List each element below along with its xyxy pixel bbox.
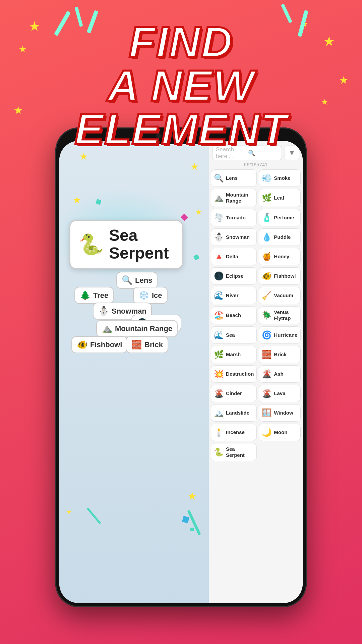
element-item[interactable]: 🧴 Perfume [259,209,301,226]
element-name: Lens [226,175,238,181]
element-item[interactable]: 💨 Smoke [259,169,301,187]
element-item[interactable]: 🧱 Brick [259,346,301,363]
canvas-element-mountain[interactable]: ⛰️ Mountain Range [96,320,178,337]
element-icon: 💨 [262,173,272,183]
element-name: Hurricane [274,332,297,338]
element-name: Lava [274,390,285,396]
element-icon: 🌋 [262,389,272,398]
element-name: Window [274,410,293,416]
element-name: Mountain Range [226,192,254,204]
element-item[interactable]: 🐍 Sea Serpent [211,443,257,461]
game-star: ★ [195,208,202,217]
phone-screen: ★ ★ ★ ★ ★ ★ 🐍 [59,141,303,603]
element-name: Cinder [226,390,242,396]
element-item[interactable]: 🐠 Fishbowl [259,267,301,285]
element-icon: 💥 [214,369,224,379]
element-name: Marsh [226,352,241,358]
element-item[interactable]: 💧 Puddle [259,228,301,246]
element-icon: 🌪️ [214,213,224,222]
lens-icon: 🔍 [122,275,132,285]
element-icon: 🕯️ [214,428,224,437]
element-icon: 🐠 [262,271,272,281]
game-canvas[interactable]: ★ ★ ★ ★ ★ ★ 🐍 [59,141,209,603]
element-item[interactable]: 🌋 Lava [259,385,301,402]
mountain-label: Mountain Range [115,324,172,333]
element-item[interactable]: ⛄ Snowman [211,228,257,246]
element-icon: 🧴 [262,213,272,222]
element-name: Snowman [226,234,250,240]
element-name: Leaf [274,195,284,201]
element-name: Ash [274,371,283,377]
element-icon: 💧 [262,232,272,242]
element-item[interactable]: 🕯️ Incense [211,424,257,441]
fishbowl-icon: 🐠 [77,339,87,350]
element-icon: 🪟 [262,408,272,418]
result-card: 🐍 SeaSerpent [69,220,183,269]
brick-label: Brick [144,340,163,349]
phone-mockup: ★ ★ ★ ★ ★ ★ 🐍 [55,127,307,607]
element-item[interactable]: 🧹 Vacuum [259,287,301,304]
element-item[interactable]: 🌿 Leaf [259,189,301,207]
element-count: 66/165741 [209,162,303,167]
element-item[interactable]: 💥 Destruction [211,365,257,383]
element-item[interactable]: 🔺 Delta [211,248,257,265]
element-item[interactable]: 🌙 Moon [259,424,301,441]
element-icon: 🐍 [214,447,224,457]
element-icon: 🌋 [214,389,224,398]
element-item[interactable]: 🍯 Honey [259,248,301,265]
lens-label: Lens [135,276,152,285]
mountain-icon: ⛰️ [102,323,112,334]
diamond-deco [181,214,188,221]
elements-scroll[interactable]: 🔍 Lens 💨 Smoke ⛰️ Mountain Range 🌿 Leaf … [209,169,303,603]
element-item[interactable]: 🌪️ Tornado [211,209,257,226]
element-item[interactable]: 🏖️ Beach [211,306,257,324]
tree-icon: 🌲 [80,290,90,301]
element-name: Tornado [226,215,246,221]
canvas-element-fishbowl[interactable]: 🐠 Fishbowl [71,336,127,353]
canvas-element-ice[interactable]: ❄️ Ice [133,287,168,304]
element-item[interactable]: 🏔️ Landslide [211,404,257,422]
element-icon: ⛄ [214,232,224,242]
element-item[interactable]: 🌑 Eclipse [211,267,257,285]
element-item[interactable]: 🌿 Marsh [211,346,257,363]
element-item[interactable]: 🌋 Ash [259,365,301,383]
element-item[interactable]: 🔍 Lens [211,169,257,187]
game-star: ★ [73,195,81,206]
canvas-element-brick[interactable]: 🧱 Brick [126,336,168,353]
element-icon: 🌋 [262,369,272,379]
game-star: ★ [190,161,199,172]
element-icon: 🔺 [214,252,224,261]
teal-line [86,507,101,524]
element-name: Venus Flytrap [274,309,298,321]
element-name: Eclipse [226,273,244,279]
teal-line [187,510,201,535]
element-icon: 🧱 [262,350,272,359]
element-icon: 🌑 [214,271,224,281]
element-item[interactable]: 🪟 Window [259,404,301,422]
element-icon: ⛰️ [214,193,224,203]
element-name: Moon [274,429,287,435]
element-item[interactable]: ⛰️ Mountain Range [211,189,257,207]
elements-grid: 🔍 Lens 💨 Smoke ⛰️ Mountain Range 🌿 Leaf … [211,169,301,465]
element-item[interactable]: 🌊 River [211,287,257,304]
element-item[interactable]: 🌊 Sea [211,326,257,344]
canvas-element-lens[interactable]: 🔍 Lens [116,272,158,289]
element-name: Smoke [274,175,290,181]
element-name: Perfume [274,215,294,221]
element-icon: 🌊 [214,330,224,340]
snowman-label: Snowman [112,307,146,316]
element-name: Puddle [274,234,291,240]
element-icon: 🌿 [262,193,272,203]
headline-line2: A NEW ELEMENT [0,64,362,151]
tree-label: Tree [93,291,108,300]
headline: FIND A NEW ELEMENT [0,20,362,151]
element-item[interactable]: 🌋 Cinder [211,385,257,402]
canvas-element-tree[interactable]: 🌲 Tree [74,287,114,304]
element-icon: 🧹 [262,291,272,300]
confetti [96,199,102,205]
element-item[interactable]: 🪲 Venus Flytrap [259,306,301,324]
element-icon: 🏖️ [214,311,224,320]
element-name: Destruction [226,371,254,377]
element-icon: 🏔️ [214,408,224,418]
element-item[interactable]: 🌀 Hurricane [259,326,301,344]
